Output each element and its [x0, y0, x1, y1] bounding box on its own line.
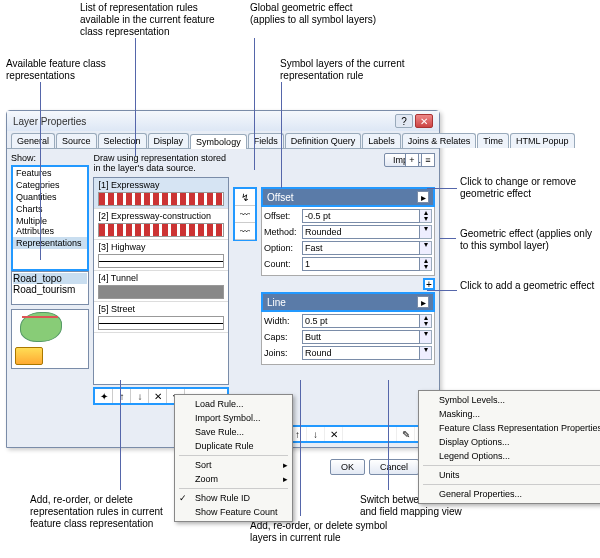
help-button[interactable]: ?: [395, 114, 413, 128]
rule-item[interactable]: [3] Highway: [94, 240, 228, 271]
count-input[interactable]: [302, 257, 420, 271]
rule-item[interactable]: [1] Expressway: [94, 178, 228, 209]
list-item[interactable]: Charts: [13, 203, 87, 215]
tab-symbology[interactable]: Symbology: [190, 134, 247, 149]
add-rule-button[interactable]: ✦: [95, 389, 113, 403]
annotation: List of representation rules available i…: [80, 2, 220, 38]
menu-separator: [423, 465, 600, 466]
preview-line: [22, 316, 58, 318]
move-up-button[interactable]: ↑: [113, 389, 131, 403]
dropdown-icon[interactable]: ▾: [420, 225, 432, 239]
tab-joins-relates[interactable]: Joins & Relates: [402, 133, 477, 148]
menu-item[interactable]: Masking...: [419, 407, 600, 421]
rule-item[interactable]: [2] Expressway-construction: [94, 209, 228, 240]
delete-layer-button[interactable]: ✕: [325, 427, 343, 441]
global-effect-button[interactable]: ↯: [235, 189, 255, 206]
dropdown-icon[interactable]: ▾: [420, 346, 432, 360]
field-label: Width:: [264, 316, 302, 326]
annotation: Available feature class representations: [6, 58, 146, 82]
field-label: Joins:: [264, 348, 302, 358]
close-button[interactable]: ✕: [415, 114, 433, 128]
joins-select[interactable]: [302, 346, 420, 360]
symbol-layer-2[interactable]: 〰: [235, 223, 255, 240]
move-down-button[interactable]: ↓: [131, 389, 149, 403]
tab-selection[interactable]: Selection: [98, 133, 147, 148]
list-item[interactable]: Features: [13, 167, 87, 179]
menu-item[interactable]: Save Rule...: [175, 425, 292, 439]
show-label: Show:: [11, 153, 89, 163]
menu-separator: [179, 488, 288, 489]
list-item[interactable]: Categories: [13, 179, 87, 191]
rule-list[interactable]: [1] Expressway [2] Expressway-constructi…: [93, 177, 229, 385]
spinner[interactable]: ▴▾: [420, 209, 432, 223]
tab-source[interactable]: Source: [56, 133, 97, 148]
tab-general[interactable]: General: [11, 133, 55, 148]
menu-item[interactable]: Units: [419, 468, 600, 482]
caps-select[interactable]: [302, 330, 420, 344]
titlebar[interactable]: Layer Properties ? ✕: [7, 111, 439, 131]
tab-labels[interactable]: Labels: [362, 133, 401, 148]
fx-icon[interactable]: ≡: [421, 153, 435, 167]
width-input[interactable]: [302, 314, 420, 328]
tab-display[interactable]: Display: [148, 133, 190, 148]
symbol-layer-1[interactable]: 〰: [235, 206, 255, 223]
annotation: Click to change or remove geometric effe…: [460, 176, 600, 200]
layer-context-menu: Symbol Levels... Masking... Feature Clas…: [418, 390, 600, 504]
annotation: Symbol layers of the current representat…: [280, 58, 420, 82]
representation-list[interactable]: Road_topo Road_tourism: [11, 271, 89, 305]
rule-item[interactable]: [5] Street: [94, 302, 228, 333]
rule-swatch: [98, 254, 224, 268]
tab-html-popup[interactable]: HTML Popup: [510, 133, 575, 148]
menu-item[interactable]: Display Options...: [419, 435, 600, 449]
top-right-buttons: + ≡: [405, 153, 435, 167]
menu-item[interactable]: Sort: [175, 458, 292, 472]
annotation: Add, re-order, or delete symbol layers i…: [250, 520, 390, 544]
preview-db-icon: [15, 347, 43, 365]
offset-input[interactable]: [302, 209, 420, 223]
delete-rule-button[interactable]: ✕: [149, 389, 167, 403]
menu-item[interactable]: Load Rule...: [175, 397, 292, 411]
rule-label: [1] Expressway: [98, 180, 224, 190]
ok-button[interactable]: OK: [330, 459, 365, 475]
menu-separator: [423, 484, 600, 485]
menu-item[interactable]: Show Feature Count: [175, 505, 292, 519]
field-mapping-view-button[interactable]: ✎: [397, 427, 415, 441]
menu-item[interactable]: Import Symbol...: [175, 411, 292, 425]
rule-label: [2] Expressway-construction: [98, 211, 224, 221]
list-item[interactable]: Quantities: [13, 191, 87, 203]
dropdown-icon[interactable]: ▾: [420, 241, 432, 255]
menu-item[interactable]: General Properties...: [419, 487, 600, 501]
preview-panel: [11, 309, 89, 369]
move-layer-down-button[interactable]: ↓: [307, 427, 325, 441]
menu-item[interactable]: Symbol Levels...: [419, 393, 600, 407]
rule-item[interactable]: [4] Tunnel: [94, 271, 228, 302]
add-geometric-effect-button[interactable]: +: [423, 278, 435, 290]
tab-definition-query[interactable]: Definition Query: [285, 133, 362, 148]
cancel-button[interactable]: Cancel: [369, 459, 419, 475]
spinner[interactable]: ▴▾: [420, 314, 432, 328]
menu-item[interactable]: Duplicate Rule: [175, 439, 292, 453]
dropdown-icon[interactable]: ▾: [420, 330, 432, 344]
menu-item[interactable]: Legend Options...: [419, 449, 600, 463]
change-effect-button[interactable]: ▸: [417, 296, 429, 308]
show-list[interactable]: Features Categories Quantities Charts Mu…: [11, 165, 89, 271]
menu-item[interactable]: Show Rule ID: [175, 491, 292, 505]
change-effect-button[interactable]: ▸: [417, 191, 429, 203]
description-text: Draw using representation stored in the …: [93, 153, 229, 173]
offset-header[interactable]: Offset ▸: [261, 187, 435, 207]
list-item[interactable]: Multiple Attributes: [13, 215, 87, 237]
menu-item[interactable]: Feature Class Representation Properties.…: [419, 421, 600, 435]
annotation: Geometric effect (applies only to this s…: [460, 228, 600, 252]
menu-item[interactable]: Zoom: [175, 472, 292, 486]
offset-header-label: Offset: [267, 192, 294, 203]
list-item[interactable]: Representations: [13, 237, 87, 249]
spinner[interactable]: ▴▾: [420, 257, 432, 271]
tab-time[interactable]: Time: [477, 133, 509, 148]
list-item[interactable]: Road_tourism: [13, 284, 87, 295]
add-icon[interactable]: +: [405, 153, 419, 167]
option-select[interactable]: [302, 241, 420, 255]
line-header[interactable]: Line ▸: [261, 292, 435, 312]
method-select[interactable]: [302, 225, 420, 239]
list-item[interactable]: Road_topo: [13, 273, 87, 284]
symbol-layer-list[interactable]: ↯ 〰 〰: [233, 187, 257, 241]
